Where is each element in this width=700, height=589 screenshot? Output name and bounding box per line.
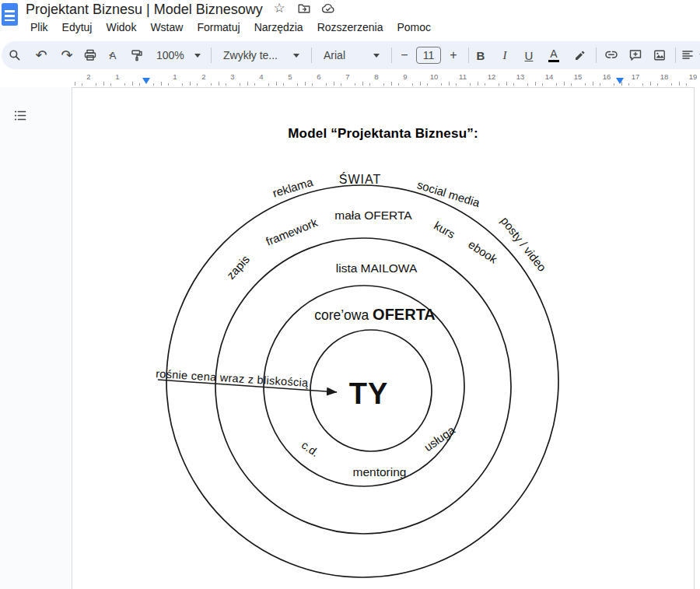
menu-wstaw[interactable]: Wstaw [143,19,190,36]
ruler[interactable]: 2112345678910111213141516171819 [72,72,700,87]
diagram-label: c.d. [299,439,321,460]
italic-button[interactable]: I [495,45,515,65]
diagram-label: usługa [422,422,457,454]
underline-button[interactable]: U [519,45,539,65]
search-icon[interactable] [5,45,25,65]
business-model-diagram[interactable]: ŚWIATreklamasocial mediaposty / videozap… [72,88,695,589]
style-caret-icon[interactable] [293,54,299,58]
left-indent-marker[interactable] [142,78,150,84]
ruler-number: 1 [173,73,177,81]
toolbar-separator [311,47,312,63]
menu-pomoc[interactable]: Pomoc [390,19,438,36]
diagram-label: posty / video [499,214,549,274]
font-size-input[interactable]: 11 [416,47,441,64]
ruler-number: 2 [201,73,205,81]
diagram-label: mała OFERTA [334,209,412,222]
move-folder-icon[interactable] [296,1,312,16]
ruler-number: 2 [86,73,90,81]
diagram-label: ebook [466,237,500,266]
increase-font-size-button[interactable]: + [443,45,464,65]
diagram-label: zapis [224,253,252,282]
toolbar-separator [211,47,212,63]
toolbar-separator [596,47,597,63]
document-status-cloud-icon[interactable] [320,1,336,16]
right-indent-marker[interactable] [616,78,624,84]
titlebar: Projektant Biznesu | Model Biznesowy ☆ P… [0,0,700,37]
ruler-number: 10 [430,73,439,81]
ruler-number: 3 [230,73,234,81]
diagram-label: core’owa OFERTA [314,306,436,323]
menu-plik[interactable]: Plik [23,19,55,36]
docs-logo-icon[interactable] [2,3,18,26]
toolbar-separator [468,47,469,63]
menu-formatuj[interactable]: Formatuj [190,19,247,36]
ruler-number: 6 [317,73,320,81]
zoom-caret-icon[interactable] [194,54,201,58]
text-color-button[interactable]: A [544,45,564,65]
ruler-number: 18 [660,73,669,81]
menu-edytuj[interactable]: Edytuj [55,19,100,36]
diagram-label: framework [264,216,320,248]
font-caret-icon[interactable] [373,54,380,58]
paint-format-icon[interactable] [127,45,147,65]
toolbar-separator [675,47,676,63]
document-title[interactable]: Projektant Biznesu | Model Biznesowy [26,0,263,19]
diagram-label: TY [349,377,389,410]
menubar: Plik Edytuj Widok Wstaw Formatuj Narzędz… [23,19,438,36]
insert-image-icon[interactable] [649,45,670,65]
ruler-number: 11 [459,73,467,81]
diagram-label: rośnie cena wraz z bliskością [156,367,310,389]
star-icon[interactable]: ☆ [271,1,287,16]
menu-rozszerzenia[interactable]: Rozszerzenia [310,19,390,36]
ruler-number: 17 [632,73,640,81]
menu-widok[interactable]: Widok [99,19,143,36]
menu-narzedzia[interactable]: Narzędzia [247,19,310,36]
spellcheck-icon[interactable]: A✓ [103,45,123,65]
toolbar: ↶ ↷ A✓ 100% Zwykły te... Arial − 11 + B … [2,41,700,69]
decrease-font-size-button[interactable]: − [394,45,415,65]
ruler-number: 9 [403,73,407,81]
diagram-label: mentoring [353,465,407,479]
bold-button[interactable]: B [471,45,491,65]
ruler-number: 12 [488,73,496,81]
add-comment-icon[interactable] [625,45,646,65]
ruler-number: 16 [603,73,611,81]
ruler-number: 7 [345,73,349,81]
undo-icon[interactable]: ↶ [31,45,51,65]
paragraph-style-value[interactable]: Zwykły te... [223,49,278,61]
ruler-number: 8 [374,73,378,81]
docs-logo-lines [5,10,15,21]
document-outline-icon[interactable] [11,106,30,124]
ruler-number: 19 [689,73,698,81]
redo-icon[interactable]: ↷ [57,45,77,65]
align-left-icon[interactable] [677,45,698,65]
diagram-label: reklama [271,175,315,200]
insert-link-icon[interactable] [601,45,621,65]
diagram-label: lista MAILOWA [336,261,418,275]
ruler-number: 15 [574,73,583,81]
toolbar-separator [391,47,392,63]
ruler-number: 4 [259,73,263,81]
ruler-number: 1 [115,73,119,81]
zoom-value[interactable]: 100% [156,49,184,61]
print-icon[interactable] [80,45,100,65]
text-color-swatch [548,60,559,62]
ruler-number: 14 [545,73,554,81]
diagram-label: kurs [432,219,457,241]
google-docs-app: Projektant Biznesu | Model Biznesowy ☆ P… [0,0,700,589]
ruler-number: 13 [516,73,525,81]
document-page[interactable]: Model “Projektanta Biznesu”: ŚWIATreklam… [72,87,695,589]
ruler-number: 5 [288,73,292,81]
font-family-value[interactable]: Arial [324,49,345,61]
diagram-label: ŚWIAT [339,172,381,186]
highlight-color-icon[interactable] [569,45,590,65]
document-outline-panel [0,87,72,589]
